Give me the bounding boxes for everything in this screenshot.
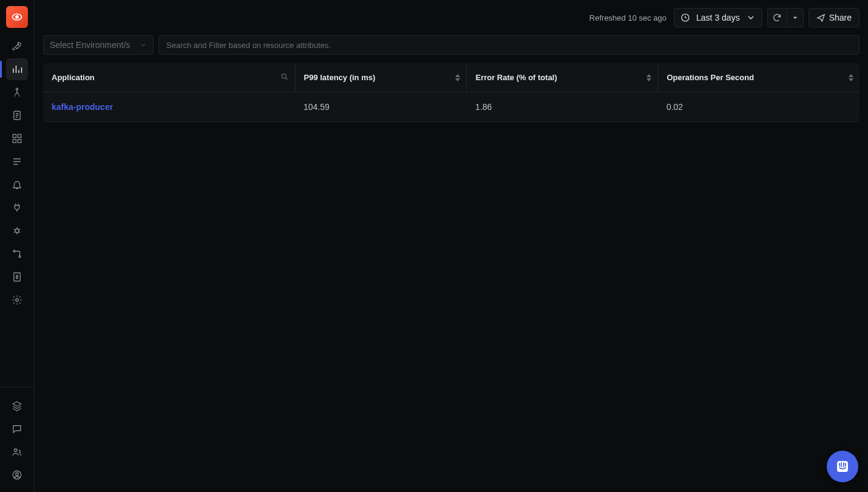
sort-button[interactable]	[849, 73, 853, 81]
column-p99: P99 latency (in ms)	[295, 63, 467, 92]
eye-icon	[11, 11, 23, 23]
nav-service-map[interactable]	[6, 243, 28, 265]
time-range-label: Last 3 days	[696, 13, 740, 22]
main-content: Refreshed 10 sec ago Last 3 days Share S…	[35, 0, 868, 492]
caret-down-icon	[646, 78, 651, 81]
svg-point-2	[18, 44, 19, 46]
nav-billing[interactable]	[6, 266, 28, 288]
column-ops: Operations Per Second	[658, 63, 860, 92]
list-icon	[12, 156, 22, 167]
users-icon	[12, 446, 22, 457]
caret-up-icon	[849, 73, 853, 77]
nav-invite[interactable]	[6, 441, 28, 463]
clock-icon	[680, 13, 690, 22]
svg-point-16	[16, 473, 19, 476]
bug-icon	[12, 225, 22, 236]
cell-p99: 104.59	[295, 92, 467, 122]
caret-down-icon	[790, 13, 800, 22]
share-button[interactable]: Share	[809, 8, 860, 27]
caret-up-icon	[455, 73, 460, 77]
search-icon	[280, 72, 289, 81]
svg-point-9	[15, 229, 19, 233]
svg-rect-8	[18, 140, 21, 143]
caret-down-icon	[455, 78, 460, 81]
chevron-down-icon	[140, 41, 147, 49]
nav-layers[interactable]	[6, 395, 28, 417]
services-table: Application P99 latency (in ms) Err	[43, 63, 860, 122]
refresh-icon	[772, 13, 782, 22]
logo[interactable]	[6, 6, 28, 28]
resource-search-input[interactable]	[158, 35, 860, 55]
table-container: Application P99 latency (in ms) Err	[35, 63, 868, 122]
grid-icon	[12, 133, 22, 144]
sidebar	[0, 0, 35, 492]
refresh-interval-button[interactable]	[787, 8, 804, 27]
topbar: Refreshed 10 sec ago Last 3 days Share	[35, 0, 868, 35]
svg-point-13	[16, 299, 19, 302]
chevron-down-icon	[746, 13, 756, 22]
nav-dashboards[interactable]	[6, 128, 28, 149]
svg-rect-6	[18, 134, 21, 137]
caret-up-icon	[646, 73, 651, 77]
message-icon	[12, 423, 22, 434]
application-link[interactable]: kafka-producer	[43, 92, 295, 122]
user-circle-icon	[12, 470, 22, 480]
plug-icon	[12, 202, 22, 213]
layers-icon	[12, 400, 22, 411]
time-range-selector[interactable]: Last 3 days	[674, 8, 762, 27]
cell-ops: 0.02	[658, 92, 860, 122]
cell-error-rate: 1.86	[467, 92, 658, 122]
svg-point-3	[16, 88, 18, 90]
logs-icon	[12, 110, 22, 121]
route-icon	[12, 248, 22, 259]
svg-point-18	[282, 73, 286, 78]
refresh-button[interactable]	[767, 8, 787, 27]
bar-chart-icon	[12, 64, 22, 75]
chat-launcher[interactable]	[827, 451, 858, 482]
nav-integrations[interactable]	[6, 197, 28, 219]
caret-down-icon	[849, 78, 853, 81]
sort-button[interactable]	[455, 73, 460, 81]
nav-services[interactable]	[6, 58, 28, 80]
column-search-button[interactable]	[280, 72, 289, 83]
nav-top	[0, 35, 34, 387]
nav-bottom	[0, 387, 34, 492]
svg-point-11	[19, 256, 21, 258]
nav-alerts[interactable]	[6, 174, 28, 196]
sort-button[interactable]	[646, 73, 651, 81]
column-application: Application	[43, 63, 295, 92]
nav-logs[interactable]	[6, 104, 28, 126]
svg-rect-7	[13, 140, 16, 143]
svg-rect-19	[837, 461, 848, 472]
filter-row: Select Environment/s	[35, 35, 868, 63]
svg-point-1	[16, 16, 18, 18]
svg-rect-5	[13, 134, 16, 137]
refreshed-label: Refreshed 10 sec ago	[589, 13, 666, 22]
nav-traces[interactable]	[6, 81, 28, 103]
environment-select[interactable]: Select Environment/s	[43, 35, 154, 55]
receipt-icon	[12, 272, 22, 282]
gear-icon	[12, 295, 22, 306]
nav-profile[interactable]	[6, 464, 28, 486]
bell-icon	[12, 179, 22, 190]
refresh-group	[767, 8, 804, 27]
column-error-rate: Error Rate (% of total)	[467, 63, 658, 92]
svg-point-14	[15, 449, 18, 452]
nav-settings[interactable]	[6, 289, 28, 311]
trace-icon	[12, 87, 22, 98]
nav-messaging[interactable]	[6, 151, 28, 173]
rocket-icon	[12, 41, 22, 52]
svg-point-10	[13, 250, 15, 252]
table-row: kafka-producer 104.59 1.86 0.02	[43, 92, 860, 122]
send-icon	[816, 13, 826, 22]
nav-support[interactable]	[6, 418, 28, 440]
intercom-icon	[835, 459, 850, 474]
nav-exceptions[interactable]	[6, 220, 28, 242]
share-label: Share	[829, 13, 852, 22]
nav-get-started[interactable]	[6, 35, 28, 57]
environment-placeholder: Select Environment/s	[50, 40, 130, 50]
